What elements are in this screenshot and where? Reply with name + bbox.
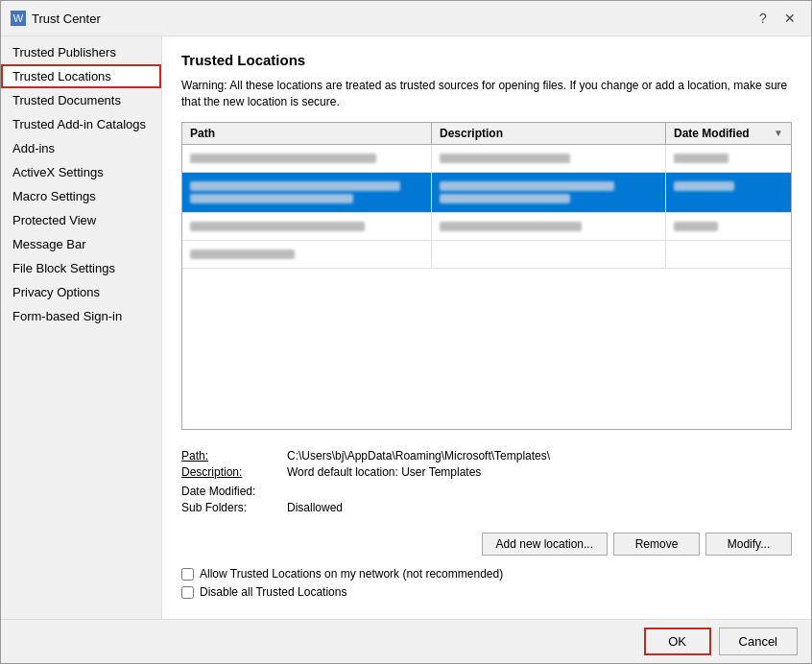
column-description[interactable]: Description (432, 123, 666, 144)
sidebar-item-add-ins[interactable]: Add-ins (1, 136, 161, 160)
help-button[interactable]: ? (752, 7, 775, 30)
info-section: Path: C:\Users\bj\AppData\Roaming\Micros… (181, 441, 792, 525)
sidebar-item-form-based-sign-in[interactable]: Form-based Sign-in (1, 304, 161, 328)
disable-all-label[interactable]: Disable all Trusted Locations (200, 585, 346, 599)
blurred-content (440, 154, 570, 163)
blurred-content (190, 154, 376, 163)
cell-date (666, 241, 791, 268)
table-header: Path Description Date Modified ▼ (182, 123, 791, 145)
cell-description (432, 241, 666, 268)
sub-folders-value: Disallowed (287, 501, 343, 514)
sidebar-item-trusted-locations[interactable]: Trusted Locations (1, 64, 161, 88)
cancel-button[interactable]: Cancel (719, 628, 798, 655)
table-row[interactable] (182, 241, 791, 269)
sidebar-item-message-bar[interactable]: Message Bar (1, 232, 161, 256)
blurred-content (190, 249, 295, 259)
sub-folders-label: Sub Folders: (181, 501, 287, 514)
cell-path (182, 145, 432, 172)
app-icon: W (11, 11, 26, 26)
info-description-row: Description: Word default location: User… (181, 465, 792, 479)
info-subfolders-row: Sub Folders: Disallowed (181, 501, 792, 514)
sidebar: Trusted Publishers Trusted Locations Tru… (1, 36, 162, 619)
dialog-footer: OK Cancel (1, 619, 811, 663)
allow-network-row: Allow Trusted Locations on my network (n… (181, 567, 792, 581)
blurred-content (674, 181, 734, 191)
dialog-body: Trusted Publishers Trusted Locations Tru… (1, 36, 811, 619)
column-path[interactable]: Path (182, 123, 432, 144)
modify-button[interactable]: Modify... (705, 533, 792, 556)
description-value: Word default location: User Templates (287, 465, 481, 479)
cell-description (432, 145, 666, 172)
blurred-content (674, 222, 718, 231)
sidebar-item-protected-view[interactable]: Protected View (1, 208, 161, 232)
blurred-content (674, 154, 728, 163)
remove-button[interactable]: Remove (613, 533, 700, 556)
sidebar-item-macro-settings[interactable]: Macro Settings (1, 184, 161, 208)
title-bar-controls: ? ✕ (752, 7, 801, 30)
table-row[interactable] (182, 213, 791, 241)
table-body (182, 145, 791, 424)
main-content: Trusted Locations Warning: All these loc… (162, 36, 811, 619)
allow-network-label[interactable]: Allow Trusted Locations on my network (n… (200, 567, 503, 581)
blurred-content (190, 194, 353, 203)
blurred-content (440, 181, 614, 191)
sidebar-item-trusted-publishers[interactable]: Trusted Publishers (1, 40, 161, 64)
path-value: C:\Users\bj\AppData\Roaming\Microsoft\Te… (287, 449, 550, 462)
disable-all-row: Disable all Trusted Locations (181, 585, 792, 599)
trust-center-dialog: W Trust Center ? ✕ Trusted Publishers Tr… (0, 0, 812, 664)
blurred-content (440, 194, 570, 203)
cell-path (182, 241, 432, 268)
table-row[interactable] (182, 145, 791, 173)
sidebar-item-trusted-documents[interactable]: Trusted Documents (1, 88, 161, 112)
sidebar-item-activex-settings[interactable]: ActiveX Settings (1, 160, 161, 184)
action-buttons: Add new location... Remove Modify... (181, 533, 792, 556)
disable-all-checkbox[interactable] (181, 586, 194, 599)
cell-description (432, 173, 666, 212)
warning-text: Warning: All these locations are treated… (181, 78, 792, 110)
ok-button[interactable]: OK (644, 628, 711, 655)
cell-path (182, 213, 432, 240)
sort-arrow-icon: ▼ (774, 128, 783, 138)
cell-date (666, 145, 791, 172)
add-new-location-button[interactable]: Add new location... (482, 533, 608, 556)
title-bar-left: W Trust Center (11, 11, 101, 26)
title-bar: W Trust Center ? ✕ (1, 1, 811, 36)
dialog-title: Trust Center (32, 12, 101, 26)
locations-table: Path Description Date Modified ▼ (181, 122, 792, 430)
table-row[interactable] (182, 173, 791, 213)
allow-network-checkbox[interactable] (181, 568, 194, 581)
checkboxes-section: Allow Trusted Locations on my network (n… (181, 567, 792, 604)
sidebar-item-privacy-options[interactable]: Privacy Options (1, 280, 161, 304)
blurred-content (440, 222, 582, 231)
cell-path (182, 173, 432, 212)
info-date-row: Date Modified: (181, 485, 792, 498)
cell-description (432, 213, 666, 240)
blurred-content (190, 222, 365, 231)
content-title: Trusted Locations (181, 52, 792, 68)
cell-date (666, 173, 791, 212)
path-label: Path: (181, 449, 287, 462)
column-date-modified[interactable]: Date Modified ▼ (666, 123, 791, 144)
cell-date (666, 213, 791, 240)
sidebar-item-file-block-settings[interactable]: File Block Settings (1, 256, 161, 280)
blurred-content (190, 181, 400, 191)
description-label: Description: (181, 465, 287, 479)
close-button[interactable]: ✕ (778, 7, 801, 30)
date-modified-label: Date Modified: (181, 485, 287, 498)
info-path-row: Path: C:\Users\bj\AppData\Roaming\Micros… (181, 449, 792, 462)
sidebar-item-trusted-addin-catalogs[interactable]: Trusted Add-in Catalogs (1, 112, 161, 136)
